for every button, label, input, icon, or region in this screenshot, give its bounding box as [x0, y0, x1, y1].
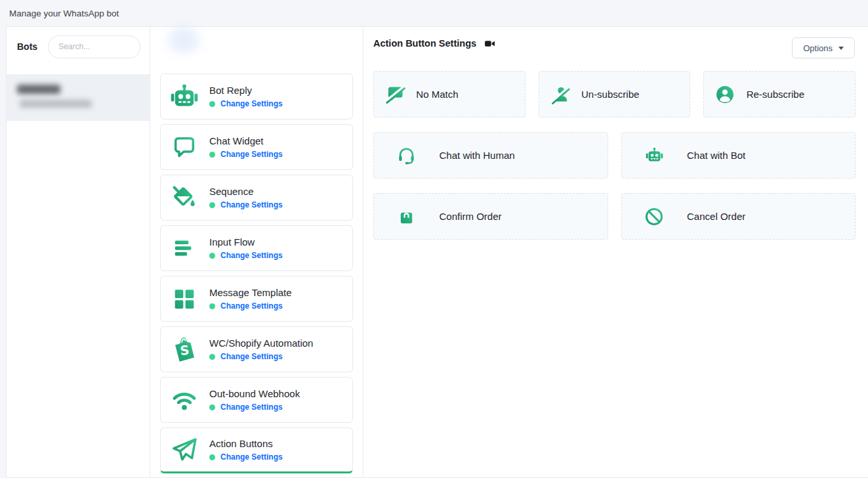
- feature-status-row: Change Settings: [209, 150, 283, 159]
- feature-title: Input Flow: [209, 236, 283, 248]
- feature-card-sequence[interactable]: Sequence Change Settings: [160, 175, 353, 221]
- redacted-bot-name: [17, 85, 60, 94]
- feature-card-body: Chat Widget Change Settings: [209, 135, 283, 159]
- status-dot: [209, 101, 215, 107]
- feature-status-row: Change Settings: [209, 452, 283, 462]
- user-slash-icon: [539, 85, 581, 104]
- options-button-label: Options: [803, 43, 833, 53]
- action-card-label: Un-subscribe: [581, 89, 639, 100]
- topbar: Manage your WhatsApp bot: [0, 0, 868, 26]
- action-row-1: No Match Un-subscribe: [373, 71, 856, 118]
- robot-icon: [622, 146, 688, 165]
- action-card-cancel-order[interactable]: Cancel Order: [621, 193, 856, 240]
- feature-card-outbound-webhook[interactable]: Out-bound Webhook Change Settings: [160, 377, 353, 423]
- action-button-settings-panel: Action Button Settings Options: [363, 27, 868, 477]
- headset-icon: [374, 145, 440, 165]
- blurred-profile-blob: [168, 27, 199, 53]
- feature-card-body: WC/Shopify Automation Change Settings: [209, 337, 313, 361]
- grid-squares-icon: [167, 286, 201, 312]
- chevron-down-icon: [838, 47, 844, 50]
- status-dot: [209, 404, 215, 410]
- chat-bubble-icon: [167, 134, 201, 160]
- sidebar-header: Bots: [7, 27, 150, 66]
- status-dot: [209, 152, 215, 158]
- feature-title: Message Template: [209, 287, 292, 298]
- action-card-re-subscribe[interactable]: Re-subscribe: [703, 71, 856, 118]
- feature-status-row: Change Settings: [209, 251, 283, 260]
- action-card-label: Chat with Human: [440, 150, 515, 161]
- feature-status-row: Change Settings: [209, 200, 283, 209]
- options-button[interactable]: Options: [792, 37, 855, 58]
- change-settings-link[interactable]: Change Settings: [220, 99, 283, 108]
- feature-list: Bot Reply Change Settings Chat Widget: [160, 74, 353, 473]
- action-card-confirm-order[interactable]: Confirm Order: [373, 193, 608, 240]
- change-settings-link[interactable]: Change Settings: [220, 251, 283, 260]
- change-settings-link[interactable]: Change Settings: [220, 301, 283, 311]
- status-dot: [209, 253, 215, 259]
- robot-icon: [167, 81, 201, 112]
- paper-plane-icon: [167, 435, 201, 464]
- action-card-label: Confirm Order: [440, 211, 502, 222]
- feature-card-action-buttons[interactable]: Action Buttons Change Settings: [160, 427, 353, 473]
- action-card-chat-with-human[interactable]: Chat with Human: [373, 132, 608, 179]
- page-title: Manage your WhatsApp bot: [9, 9, 119, 18]
- change-settings-link[interactable]: Change Settings: [220, 402, 283, 412]
- action-card-label: Cancel Order: [687, 211, 745, 222]
- feature-title: WC/Shopify Automation: [209, 337, 313, 349]
- svg-text:S: S: [179, 343, 190, 358]
- bot-search-input[interactable]: [48, 35, 140, 58]
- action-card-label: No Match: [416, 89, 458, 100]
- align-bars-icon: [167, 236, 201, 261]
- bots-heading: Bots: [17, 41, 37, 52]
- panel-title: Action Button Settings: [373, 38, 476, 49]
- selected-bot-item[interactable]: [7, 74, 150, 121]
- feature-card-body: Message Template Change Settings: [209, 287, 292, 311]
- ban-icon: [622, 206, 688, 227]
- status-dot: [209, 303, 215, 309]
- wifi-icon: [167, 386, 201, 414]
- change-settings-link[interactable]: Change Settings: [220, 200, 283, 209]
- feature-card-message-template[interactable]: Message Template Change Settings: [160, 276, 353, 322]
- action-card-label: Re-subscribe: [747, 89, 804, 100]
- feature-card-bot-reply[interactable]: Bot Reply Change Settings: [160, 74, 353, 120]
- shopify-bag-icon: S: [167, 335, 201, 364]
- shopping-bag-icon: [374, 207, 440, 226]
- main-shell: Bots: [6, 26, 868, 478]
- feature-card-input-flow[interactable]: Input Flow Change Settings: [160, 225, 353, 271]
- feature-status-row: Change Settings: [209, 402, 300, 412]
- feature-title: Action Buttons: [209, 438, 283, 449]
- feature-card-wc-shopify[interactable]: S WC/Shopify Automation Change Settings: [160, 326, 353, 372]
- fill-drip-icon: [167, 184, 201, 211]
- feature-card-body: Out-bound Webhook Change Settings: [209, 388, 300, 412]
- feature-card-body: Input Flow Change Settings: [209, 236, 283, 260]
- feature-status-row: Change Settings: [209, 352, 313, 361]
- feature-card-body: Action Buttons Change Settings: [209, 438, 283, 462]
- bots-sidebar: Bots: [7, 27, 150, 477]
- status-dot: [209, 202, 215, 208]
- action-row-3: Confirm Order Cancel Order: [373, 193, 856, 240]
- feature-card-chat-widget[interactable]: Chat Widget Change Settings: [160, 124, 353, 170]
- action-row-2: Chat with Human: [373, 132, 856, 179]
- feature-card-body: Bot Reply Change Settings: [209, 85, 283, 108]
- change-settings-link[interactable]: Change Settings: [220, 452, 283, 462]
- feature-title: Chat Widget: [209, 135, 283, 146]
- action-card-no-match[interactable]: No Match: [373, 71, 526, 118]
- action-card-chat-with-bot[interactable]: Chat with Bot: [621, 132, 856, 179]
- feature-title: Out-bound Webhook: [209, 388, 300, 399]
- feature-column: Bot Reply Change Settings Chat Widget: [150, 27, 363, 477]
- change-settings-link[interactable]: Change Settings: [220, 150, 283, 159]
- status-dot: [209, 454, 215, 460]
- feature-card-body: Sequence Change Settings: [209, 186, 283, 209]
- feature-status-row: Change Settings: [209, 301, 292, 311]
- action-card-label: Chat with Bot: [687, 150, 745, 161]
- panel-header: Action Button Settings: [373, 36, 856, 51]
- comment-slash-icon: [374, 84, 416, 104]
- redacted-bot-number: [20, 100, 92, 108]
- user-circle-icon: [704, 84, 746, 105]
- status-dot: [209, 354, 215, 360]
- action-card-un-subscribe[interactable]: Un-subscribe: [539, 71, 691, 118]
- video-camera-icon[interactable]: [484, 38, 495, 49]
- feature-status-row: Change Settings: [209, 99, 283, 108]
- change-settings-link[interactable]: Change Settings: [220, 352, 283, 361]
- feature-title: Bot Reply: [209, 85, 283, 96]
